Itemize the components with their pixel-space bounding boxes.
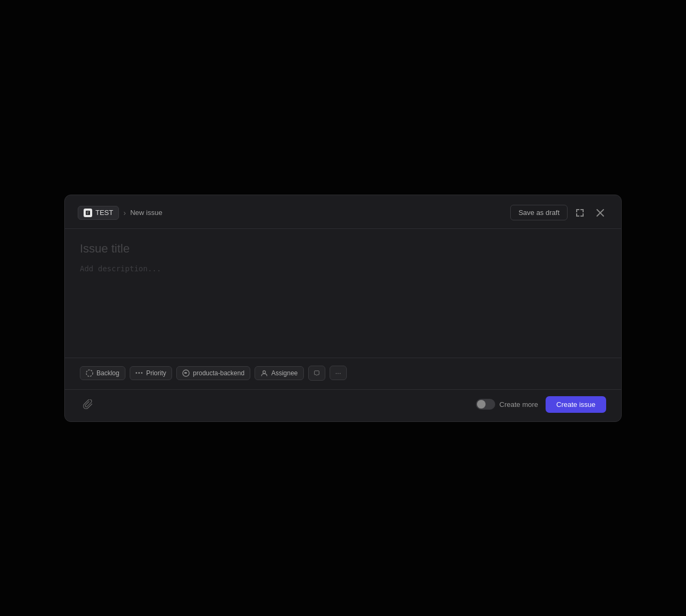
create-more-toggle[interactable] xyxy=(476,399,495,410)
assignee-icon xyxy=(260,369,268,377)
create-more-toggle-wrapper: Create more xyxy=(476,399,538,410)
svg-rect-1 xyxy=(87,211,90,212)
project-chip-label: producta-backend xyxy=(193,369,244,377)
breadcrumb-separator: › xyxy=(123,209,126,217)
project-label: TEST xyxy=(95,209,113,217)
header-actions: Save as draft xyxy=(510,205,608,221)
save-draft-button[interactable]: Save as draft xyxy=(510,205,568,220)
modal-toolbar: Backlog Priority produc xyxy=(65,358,621,389)
expand-button[interactable] xyxy=(572,205,588,221)
issue-title-input[interactable] xyxy=(80,242,606,256)
paperclip-icon xyxy=(83,399,93,409)
svg-rect-3 xyxy=(87,213,89,214)
backlog-status-icon xyxy=(86,369,93,377)
more-chip[interactable]: ··· xyxy=(330,366,347,380)
producta-icon xyxy=(182,369,190,377)
modal-footer: Create more Create issue xyxy=(65,389,621,421)
footer-right: Create more Create issue xyxy=(476,396,606,413)
svg-rect-2 xyxy=(87,212,89,213)
svg-point-6 xyxy=(263,370,266,373)
new-issue-modal: TEST › New issue Save as draft xyxy=(64,195,622,422)
breadcrumb: TEST › New issue xyxy=(78,206,162,220)
close-button[interactable] xyxy=(592,205,608,221)
status-chip[interactable]: Backlog xyxy=(80,366,125,380)
modal-overlay: TEST › New issue Save as draft xyxy=(0,0,686,616)
create-issue-button[interactable]: Create issue xyxy=(546,396,606,413)
priority-chip[interactable]: Priority xyxy=(130,366,172,380)
project-chip[interactable]: producta-backend xyxy=(176,366,250,380)
priority-label: Priority xyxy=(146,369,166,377)
issue-description-input[interactable] xyxy=(80,264,606,307)
label-icon xyxy=(314,369,319,377)
label-chip[interactable] xyxy=(308,366,325,381)
assignee-chip[interactable]: Assignee xyxy=(255,366,303,380)
assignee-label: Assignee xyxy=(271,369,297,377)
breadcrumb-current: New issue xyxy=(130,209,162,217)
status-label: Backlog xyxy=(96,369,120,377)
attach-button[interactable] xyxy=(80,396,96,412)
project-icon xyxy=(84,209,92,217)
modal-header: TEST › New issue Save as draft xyxy=(65,195,621,229)
breadcrumb-project-button[interactable]: TEST xyxy=(78,206,119,220)
more-icon: ··· xyxy=(335,369,341,377)
svg-point-4 xyxy=(86,370,93,376)
priority-icon xyxy=(136,369,143,377)
expand-icon xyxy=(576,209,584,217)
create-more-label: Create more xyxy=(499,400,538,409)
close-icon xyxy=(596,209,604,217)
modal-body xyxy=(65,229,621,358)
